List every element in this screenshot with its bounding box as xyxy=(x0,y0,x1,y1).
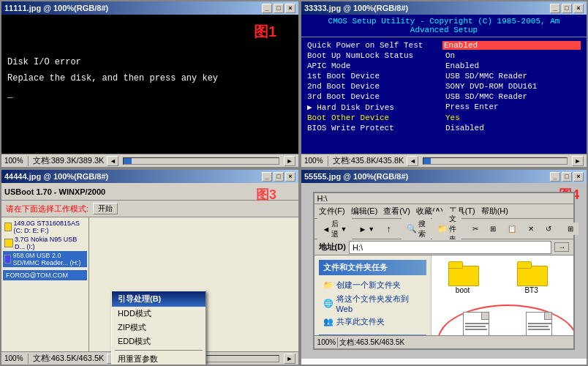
win2-close[interactable]: × xyxy=(573,4,584,13)
menu-help[interactable]: 帮助(H) xyxy=(481,206,508,217)
win1-line2: Replace the disk, and then press any key xyxy=(7,73,293,83)
btn-paste[interactable]: 📋 xyxy=(502,223,521,235)
folders-row: boot BT3 xyxy=(437,261,568,294)
bt3-folder-icon xyxy=(517,261,546,285)
win1-zoom: 100% xyxy=(4,157,23,165)
drive-item-2[interactable]: 958.0M USB 2.0 SD/MMC Reader... (H:) xyxy=(3,251,87,267)
btn-delete[interactable]: ✕ xyxy=(523,223,539,235)
win3-zoom: 100% xyxy=(4,354,23,362)
ctx-zip[interactable]: ZIP模式 xyxy=(112,321,206,335)
address-input[interactable] xyxy=(349,241,552,254)
win1-footer: 100% 文档:389.3K/389.3K ◄ ► xyxy=(1,154,298,167)
window-4: 55555.jpg @ 100%(RGB/8#) _ □ × 图4 H:\ 文件… xyxy=(300,168,588,366)
drive-item-0[interactable]: 149.0G ST3160815AS (C: D: E: F:) xyxy=(3,219,87,235)
win4-main-body: 文件和文件夹任务 📁 创建一个新文件夹 🌐 将这个文件夹发布到 Web 👥 xyxy=(314,255,574,335)
msdossys-icon xyxy=(526,312,552,335)
bios-table: Quick Power on Self Test Enabled Boot Up… xyxy=(301,37,587,136)
win2-scroll-left[interactable]: ◄ xyxy=(407,156,418,166)
ctx-menu-box: 引导处理(B) HDD模式 ZIP模式 EDD模式 用重置参数 用重置参数 备份… xyxy=(111,291,206,365)
win3-close[interactable]: × xyxy=(285,172,295,182)
win1-scroll-right[interactable]: ► xyxy=(284,156,295,166)
btn-back[interactable]: ◄ 后退 ▼ xyxy=(317,217,353,242)
menu-view[interactable]: 查看(V) xyxy=(383,206,410,217)
address-go[interactable]: → xyxy=(554,242,569,252)
win3-scroll-right[interactable]: ► xyxy=(284,354,295,364)
btn-undo[interactable]: ↺ xyxy=(540,223,557,235)
win4-close[interactable]: × xyxy=(573,172,584,182)
win4-toolbar: ◄ 后退 ▼ ► ▼ ↑ 🔍 搜索 xyxy=(314,219,574,239)
win1-line1: Disk I/O error xyxy=(7,57,293,67)
win4-inner-explorer: H:\ 文件(F) 编辑(E) 查看(V) 收藏(A) 工具(T) 帮助(H) … xyxy=(313,192,576,350)
win3-content: USBoot 1.70 - WINXP/2000 图3 请在下面选择工作模式: … xyxy=(1,183,298,365)
btn-copy[interactable]: ⊞ xyxy=(485,223,501,235)
win3-subtitle: 请在下面选择工作模式: xyxy=(6,203,88,214)
win1-maximize[interactable]: □ xyxy=(274,4,284,13)
win1-controls[interactable]: _ □ × xyxy=(262,4,295,13)
bios-row-6: ▶ Hard Disk Drives Press Enter xyxy=(307,102,581,113)
bios-row-1: Boot Up NumLock Status On xyxy=(307,51,581,61)
window-3: 44444.jpg @ 100%(RGB/8#) _ □ × USBoot 1.… xyxy=(0,168,300,366)
bios-row-3: 1st Boot Device USB SD/MMC Reader xyxy=(307,71,581,81)
win2-maximize[interactable]: □ xyxy=(562,4,572,13)
drive-icon-0 xyxy=(4,223,12,231)
boot-folder-icon xyxy=(448,261,478,285)
win3-main: 引导处理(B) HDD模式 ZIP模式 EDD模式 用重置参数 用重置参数 备份… xyxy=(89,217,298,365)
boot-folder-name: boot xyxy=(456,286,470,294)
task-publish[interactable]: 🌐 将这个文件夹发布到 Web xyxy=(319,292,426,315)
win4-filesize: 文档:463.5K/463.5K xyxy=(339,337,404,348)
new-folder-icon: 📁 xyxy=(323,280,333,290)
win1-content: 图1 Disk I/O error Replace the disk, and … xyxy=(1,15,298,167)
ctx-reset1[interactable]: 用重置参数 xyxy=(112,352,206,365)
win1-close[interactable]: × xyxy=(285,4,295,13)
win1-scroll-left[interactable]: ◄ xyxy=(107,156,118,166)
btn-search[interactable]: 🔍 搜索 xyxy=(402,217,431,242)
file-tasks-title: 文件和文件夹任务 xyxy=(319,260,426,275)
win1-title: 11111.jpg @ 100%(RGB/8#) xyxy=(4,4,108,12)
system-files-row: IO.SYS 系统文件 124KB xyxy=(437,305,568,335)
ctx-hdd[interactable]: HDD模式 xyxy=(112,307,206,321)
win1-titlebar: 11111.jpg @ 100%(RGB/8#) _ □ × xyxy=(1,1,298,15)
win3-maximize[interactable]: □ xyxy=(274,172,284,182)
win1-fig-label: 图1 xyxy=(254,22,276,42)
win2-controls[interactable]: _ □ × xyxy=(550,4,584,13)
win4-gray-area: 图4 H:\ 文件(F) 编辑(E) 查看(V) 收藏(A) 工具(T) 帮助(… xyxy=(301,183,587,359)
win3-filesize: 文档:463.5K/463.5K xyxy=(33,353,105,364)
address-label: 地址(D) xyxy=(319,242,346,253)
win4-zoom: 100% xyxy=(317,338,336,346)
task-share[interactable]: 👥 共享此文件夹 xyxy=(319,315,426,329)
oval-highlight: IO.SYS 系统文件 124KB xyxy=(437,305,574,335)
win2-content: CMOS Setup Utility - Copyright (C) 1985-… xyxy=(301,15,587,167)
win4-minimize[interactable]: _ xyxy=(550,172,560,182)
win4-files-area: boot BT3 xyxy=(431,255,574,335)
win3-minimize[interactable]: _ xyxy=(262,172,272,182)
win4-path-bar: H:\ xyxy=(314,193,574,204)
usb-icon-2 xyxy=(4,255,11,264)
win4-title: 55555.jpg @ 100%(RGB/8#) xyxy=(304,172,408,181)
win2-scroll-right[interactable]: ► xyxy=(572,156,584,166)
win3-body: 149.0G ST3160815AS (C: D: E: F:) 3.7G No… xyxy=(1,217,298,365)
task-new-folder[interactable]: 📁 创建一个新文件夹 xyxy=(319,278,426,292)
win3-toolbar: USBoot 1.70 - WINXP/2000 图3 xyxy=(1,183,298,201)
drive-item-1[interactable]: 3.7G Nokia N95 USB D... (I:) xyxy=(3,235,87,251)
win4-maximize[interactable]: □ xyxy=(562,172,572,182)
win2-minimize[interactable]: _ xyxy=(550,4,560,13)
file-item-iosys: IO.SYS 系统文件 124KB xyxy=(451,312,502,335)
win3-sidebar: 149.0G ST3160815AS (C: D: E: F:) 3.7G No… xyxy=(1,217,89,365)
bios-row-boot-other: Boot Other Device Yes xyxy=(307,113,581,123)
btn-views[interactable]: ⊞ xyxy=(562,223,578,235)
bt3-folder-name: BT3 xyxy=(524,286,538,294)
win3-fig-label: 图3 xyxy=(256,186,276,203)
btn-cut[interactable]: ✂ xyxy=(467,223,483,235)
file-tasks-section: 文件和文件夹任务 📁 创建一个新文件夹 🌐 将这个文件夹发布到 Web 👥 xyxy=(319,260,426,329)
ctx-edd[interactable]: EDD模式 xyxy=(112,335,206,348)
drive-icon-1 xyxy=(4,239,13,247)
win4-controls[interactable]: _ □ × xyxy=(550,172,584,182)
menu-file[interactable]: 文件(F) xyxy=(319,206,345,217)
iosys-icon xyxy=(463,312,489,335)
win3-controls[interactable]: _ □ × xyxy=(262,172,295,182)
menu-edit[interactable]: 编辑(E) xyxy=(351,206,378,217)
win3-start-btn[interactable]: 开始 xyxy=(93,203,118,214)
btn-forward[interactable]: ► ▼ xyxy=(353,223,380,236)
win1-minimize[interactable]: _ xyxy=(262,4,272,13)
btn-up[interactable]: ↑ xyxy=(381,222,396,236)
